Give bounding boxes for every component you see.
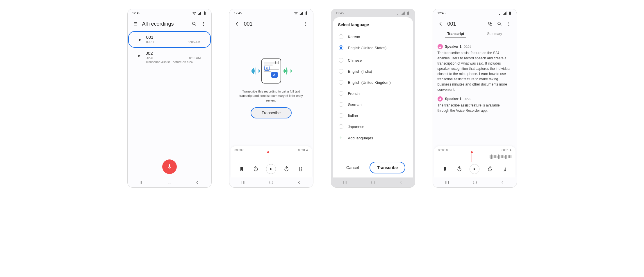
status-bar: 12:45 [128, 9, 211, 17]
more-icon[interactable] [200, 20, 207, 28]
bookmark-icon[interactable] [441, 165, 449, 173]
language-label: French [348, 91, 360, 96]
back-icon[interactable] [398, 179, 404, 186]
nav-bar [433, 177, 517, 187]
time-start: 00:00.0 [235, 149, 244, 152]
home-icon[interactable] [370, 179, 376, 186]
svg-rect-4 [168, 181, 171, 184]
back-icon[interactable] [233, 20, 241, 28]
recents-icon[interactable] [240, 179, 247, 186]
forward-icon[interactable] [486, 165, 494, 173]
more-icon[interactable] [505, 20, 513, 28]
battery-icon [304, 11, 308, 15]
language-label: English (United Kingdom) [348, 80, 391, 85]
radio-unchecked-icon[interactable] [339, 124, 343, 129]
tab-transcript[interactable]: Transcript [445, 30, 466, 38]
radio-unchecked-icon[interactable] [339, 113, 343, 118]
signal-icon [299, 11, 303, 15]
language-option[interactable]: French [338, 88, 408, 99]
recording-name: 002 [146, 51, 201, 56]
nav-bar [128, 177, 211, 187]
transcript-file-icon[interactable] [500, 165, 508, 173]
play-icon[interactable] [136, 36, 143, 43]
add-language-button[interactable]: + Add languages [338, 132, 408, 144]
forward-icon[interactable] [282, 165, 290, 173]
play-icon[interactable] [136, 52, 143, 59]
status-icons [497, 11, 512, 15]
speaker-time: 00:01 [464, 45, 471, 48]
cancel-button[interactable]: Cancel [340, 162, 365, 173]
top-bar: All recordings [128, 17, 211, 30]
tab-summary[interactable]: Summary [485, 30, 504, 38]
rewind-icon[interactable] [252, 165, 260, 173]
time-end: 00:31.4 [502, 149, 511, 152]
document-icon: 가 A [261, 58, 281, 84]
radio-unchecked-icon[interactable] [339, 69, 343, 74]
screen-recordings-list: 12:45 All recordings 001 [127, 9, 212, 188]
radio-unchecked-icon[interactable] [339, 91, 343, 96]
more-icon[interactable] [302, 20, 309, 28]
search-icon[interactable] [190, 20, 198, 28]
recording-item[interactable]: 001 00:31 9:05 AM [128, 31, 211, 48]
svg-rect-11 [488, 22, 491, 24]
play-button[interactable] [470, 164, 479, 174]
language-option[interactable]: Korean [338, 31, 408, 42]
recents-icon[interactable] [444, 179, 450, 186]
language-option[interactable]: Japanese [338, 121, 408, 132]
tabs: Transcript Summary [433, 30, 517, 38]
language-option[interactable]: Chinese [338, 55, 408, 66]
radio-unchecked-icon[interactable] [339, 102, 343, 107]
back-icon[interactable] [437, 20, 445, 28]
wifi-icon [497, 11, 502, 15]
speaker-name: Speaker 1 [445, 45, 462, 49]
back-icon[interactable] [194, 179, 201, 186]
status-bar: 12:45 [331, 9, 415, 17]
timeline[interactable] [438, 154, 511, 160]
playhead-marker[interactable] [268, 152, 268, 162]
play-button[interactable] [266, 164, 276, 174]
promo-graphic: 가 A [244, 58, 299, 84]
radio-checked-icon[interactable] [339, 45, 343, 50]
speaker-header: Speaker 1 00:25 [438, 96, 512, 102]
transcribe-promo: 가 A Transcribe this recording to get a f… [229, 30, 313, 146]
search-icon[interactable] [496, 20, 503, 28]
korean-char-icon: 가 [264, 66, 270, 71]
transcribe-button[interactable]: Transcribe [370, 162, 405, 173]
record-button[interactable] [162, 159, 177, 174]
language-label: Japanese [348, 125, 364, 129]
bookmark-icon[interactable] [238, 165, 246, 173]
home-icon[interactable] [166, 179, 173, 186]
speaker-time: 00:25 [464, 97, 471, 101]
back-icon[interactable] [296, 179, 302, 186]
transcript-file-icon[interactable] [297, 165, 305, 173]
wifi-icon [294, 11, 298, 15]
page-title: 001 [447, 21, 484, 27]
time-end: 00:31.4 [298, 149, 308, 152]
home-icon[interactable] [268, 179, 274, 186]
home-icon[interactable] [472, 179, 478, 186]
recents-icon[interactable] [138, 179, 145, 186]
radio-unchecked-icon[interactable] [339, 34, 343, 39]
recording-note: Transcribe Assist Feature on S24 [146, 60, 201, 64]
page-title: All recordings [142, 21, 188, 27]
menu-icon[interactable] [132, 20, 139, 28]
transcribe-button[interactable]: Transcribe [251, 107, 292, 118]
radio-unchecked-icon[interactable] [339, 58, 343, 63]
translate-icon[interactable] [486, 20, 494, 28]
svg-point-17 [440, 46, 440, 47]
language-option[interactable]: Italian [338, 110, 408, 121]
recording-item[interactable]: 002 00:31 8:56 AM Transcribe Assist Feat… [133, 48, 206, 67]
language-option[interactable]: English (India) [338, 66, 408, 77]
svg-point-5 [305, 22, 305, 23]
language-option[interactable]: English (United Kingdom) [338, 77, 408, 88]
language-label: English (India) [348, 69, 372, 74]
language-option-selected[interactable]: English (United States) [338, 42, 408, 53]
radio-unchecked-icon[interactable] [339, 80, 343, 85]
translate-badge-icon [275, 61, 279, 64]
timeline[interactable] [235, 154, 308, 160]
recents-icon[interactable] [342, 179, 348, 186]
language-option[interactable]: German [338, 99, 408, 110]
back-icon[interactable] [499, 179, 506, 186]
rewind-icon[interactable] [455, 165, 463, 173]
playhead-marker[interactable] [472, 152, 472, 162]
